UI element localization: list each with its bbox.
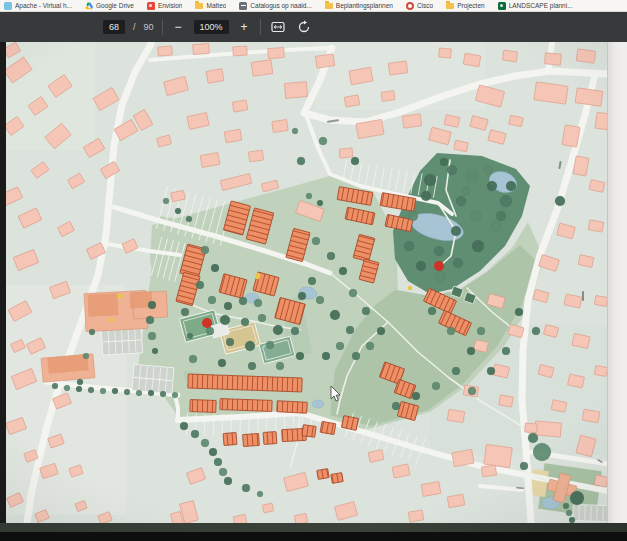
document-icon (239, 2, 247, 10)
bookmark-label: Envision (158, 2, 183, 10)
page-total: 90 (144, 22, 154, 32)
envision-icon (147, 2, 155, 10)
zoom-level-input[interactable]: 100% (194, 20, 229, 34)
folder-icon (195, 3, 203, 9)
zoom-out-button[interactable]: − (171, 21, 186, 33)
page-background-strip (607, 42, 627, 523)
bookmark-item[interactable]: Matteo (195, 2, 226, 10)
bottom-dark-band (0, 523, 627, 532)
apache-icon (4, 2, 12, 10)
folder-icon (325, 3, 333, 9)
masterplan-map (6, 42, 608, 523)
bookmark-item[interactable]: Catalogus op naald... (239, 2, 311, 10)
toolbar-divider (260, 19, 261, 35)
landscape-icon (498, 2, 506, 10)
bookmarks-bar: Apache - Virtual h...Google DriveEnvisio… (0, 0, 627, 12)
pdf-viewer-area[interactable] (0, 42, 627, 523)
pdf-toolbar: 68 / 90 − 100% + (0, 12, 627, 42)
bookmark-item[interactable]: Cisco (406, 2, 433, 10)
bookmark-item[interactable]: Projecten (446, 2, 484, 10)
bookmark-label: Projecten (457, 2, 484, 10)
fit-to-width-icon[interactable] (269, 18, 287, 36)
bookmark-item[interactable]: Google Drive (85, 2, 134, 10)
bookmark-item[interactable]: LANDSCAPE planni... (498, 2, 573, 10)
toolbar-divider (162, 19, 163, 35)
page-number-input[interactable]: 68 (103, 20, 125, 34)
bookmark-label: Catalogus op naald... (250, 2, 311, 10)
bookmark-label: Google Drive (96, 2, 134, 10)
bookmark-item[interactable]: Beplantingsplannen (325, 2, 393, 10)
bookmark-label: Beplantingsplannen (336, 2, 393, 10)
page-separator: / (133, 22, 136, 32)
bookmark-label: Apache - Virtual h... (15, 2, 72, 10)
rotate-icon[interactable] (295, 18, 313, 36)
bookmark-label: Cisco (417, 2, 433, 10)
bookmark-label: LANDSCAPE planni... (509, 2, 573, 10)
cisco-icon (406, 2, 414, 10)
drive-icon (85, 2, 93, 10)
pdf-page-masterplan-map[interactable] (6, 42, 608, 523)
bookmark-item[interactable]: Envision (147, 2, 183, 10)
zoom-in-button[interactable]: + (237, 21, 252, 33)
bottom-black-band (0, 532, 627, 541)
bookmark-item[interactable]: Apache - Virtual h... (4, 2, 72, 10)
bookmark-label: Matteo (206, 2, 226, 10)
folder-icon (446, 3, 454, 9)
